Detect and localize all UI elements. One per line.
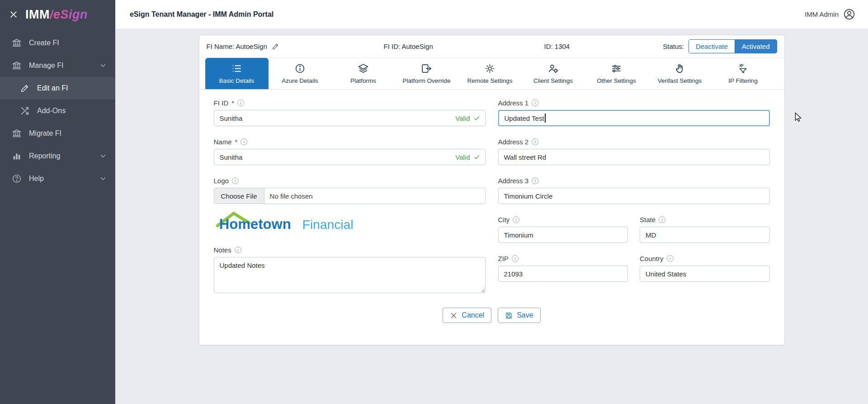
- fi-id-input[interactable]: [214, 110, 486, 126]
- user-menu[interactable]: IMM Admin: [805, 8, 855, 20]
- logo-group: Logo Choose File No file chosen Hometown: [214, 177, 486, 234]
- tab-platforms[interactable]: Platforms: [332, 58, 395, 89]
- zip-group: ZIP: [498, 255, 628, 282]
- status-group: Status: Deactivate Activated: [663, 39, 777, 53]
- tab-basic-details[interactable]: Basic Details: [205, 58, 269, 89]
- tab-label: Basic Details: [219, 77, 254, 84]
- help-circle-icon: [12, 174, 22, 184]
- edit-fi-name-icon[interactable]: [272, 43, 279, 50]
- sidebar-item-reporting[interactable]: Reporting: [0, 145, 115, 167]
- tab-label: IP Filtering: [728, 77, 757, 84]
- tab-ip-filtering[interactable]: IP IP Filtering: [712, 58, 775, 89]
- info-icon[interactable]: [512, 255, 519, 262]
- logo-label-row: Logo: [214, 177, 486, 185]
- sidebar-item-manage-fi[interactable]: Manage FI: [0, 54, 115, 77]
- address1-group: Address 1: [498, 99, 770, 126]
- status-label: Status:: [663, 43, 684, 50]
- logo-file-input[interactable]: Choose File No file chosen: [214, 188, 486, 204]
- info-icon[interactable]: [667, 255, 674, 262]
- zip-input[interactable]: [498, 266, 628, 282]
- sidebar-item-label: Manage FI: [29, 62, 63, 70]
- export-arrow-icon: [421, 63, 432, 74]
- sidebar-item-create-fi[interactable]: Create FI: [0, 32, 115, 54]
- activated-button[interactable]: Activated: [735, 40, 777, 53]
- address3-label: Address 3: [498, 177, 529, 185]
- fi-edit-card: FI Name: AutoeSign FI ID: AutoeSign ID: …: [199, 35, 785, 345]
- valid-indicator: Valid: [455, 114, 480, 122]
- chevron-down-icon: [99, 175, 107, 183]
- brand-slash: /: [50, 8, 53, 21]
- chevron-down-icon: [99, 152, 107, 160]
- close-icon: [450, 312, 458, 319]
- pencil-icon: [20, 83, 30, 93]
- gear-icon: [484, 63, 495, 74]
- info-icon[interactable]: [513, 216, 519, 223]
- sidebar-item-migrate-fi[interactable]: Migrate FI: [0, 122, 115, 145]
- info-icon[interactable]: [232, 177, 239, 184]
- tab-platform-override[interactable]: Platform Override: [395, 58, 458, 89]
- fi-numeric-id-text: ID: 1304: [544, 43, 663, 50]
- notes-textarea[interactable]: Updated Notes: [214, 257, 486, 293]
- tab-remote-settings[interactable]: Remote Settings: [458, 58, 522, 89]
- info-icon[interactable]: [659, 216, 665, 223]
- zip-label: ZIP: [498, 255, 509, 262]
- country-input[interactable]: [640, 266, 770, 282]
- close-menu-icon[interactable]: [9, 10, 18, 19]
- info-icon[interactable]: [532, 100, 538, 106]
- valid-text: Valid: [455, 114, 470, 122]
- required-asterisk: *: [235, 138, 238, 146]
- sidebar-item-help[interactable]: Help: [0, 167, 115, 190]
- bar-chart-icon: [12, 151, 22, 161]
- shuffle-icon: [20, 106, 30, 116]
- zip-country-row: ZIP Country: [498, 255, 770, 294]
- tab-verifast-settings[interactable]: Verifast Settings: [648, 58, 712, 89]
- address2-label-row: Address 2: [498, 138, 770, 146]
- fi-id-label-row: FI ID *: [214, 99, 486, 107]
- city-input[interactable]: [498, 227, 628, 243]
- fi-name-group: FI Name: AutoeSign: [207, 43, 384, 50]
- form-actions: Cancel Save: [199, 307, 784, 345]
- tab-label: Remote Settings: [467, 77, 513, 84]
- deactivate-button[interactable]: Deactivate: [689, 40, 735, 53]
- address3-input[interactable]: [498, 188, 770, 204]
- tab-label: Verifast Settings: [658, 77, 702, 84]
- tab-label: Other Settings: [597, 77, 636, 84]
- basic-details-form: FI ID * Valid: [199, 90, 784, 307]
- check-icon: [473, 115, 480, 122]
- cancel-button[interactable]: Cancel: [443, 308, 491, 323]
- tab-other-settings[interactable]: Other Settings: [585, 58, 648, 89]
- notes-label: Notes: [214, 246, 231, 254]
- sidebar-item-add-ons[interactable]: Add-Ons: [0, 100, 115, 122]
- state-label-row: State: [640, 216, 770, 223]
- country-label-row: Country: [640, 255, 770, 262]
- notes-label-row: Notes: [214, 246, 486, 254]
- tab-label: Platform Override: [403, 77, 451, 84]
- name-input[interactable]: [214, 149, 486, 165]
- address2-input[interactable]: [498, 149, 770, 165]
- info-icon[interactable]: [241, 138, 247, 145]
- city-label: City: [498, 216, 510, 223]
- address1-input[interactable]: [498, 110, 770, 126]
- zip-label-row: ZIP: [498, 255, 628, 262]
- info-icon[interactable]: [235, 247, 241, 253]
- tab-azure-details[interactable]: Azure Details: [269, 58, 332, 89]
- valid-text: Valid: [455, 153, 470, 161]
- choose-file-button[interactable]: Choose File: [214, 188, 264, 204]
- state-input[interactable]: [640, 227, 770, 243]
- sidebar-item-edit-an-fi[interactable]: Edit an FI: [0, 77, 115, 100]
- address1-label: Address 1: [498, 99, 529, 107]
- info-icon[interactable]: [237, 100, 244, 106]
- tab-label: Azure Details: [282, 77, 318, 84]
- address2-group: Address 2: [498, 138, 770, 165]
- sidebar-item-label: Reporting: [29, 152, 60, 160]
- tab-client-settings[interactable]: Client Settings: [522, 58, 585, 89]
- info-icon[interactable]: [532, 177, 538, 184]
- save-button[interactable]: Save: [498, 308, 540, 323]
- app-logo: IMM/eSign: [25, 8, 88, 22]
- address3-group: Address 3: [498, 177, 770, 204]
- check-icon: [473, 154, 480, 161]
- info-icon[interactable]: [532, 138, 538, 145]
- text-caret: [545, 114, 546, 123]
- fi-id-input-wrap: Valid: [214, 110, 486, 126]
- state-label: State: [640, 216, 656, 223]
